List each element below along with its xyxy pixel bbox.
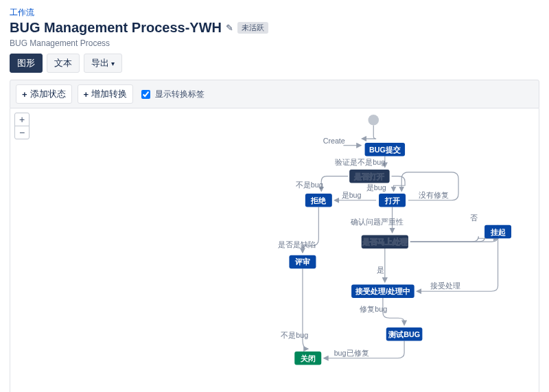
svg-text:BUG提交: BUG提交 (369, 146, 401, 154)
edge-accept: 接受处理 (430, 281, 460, 290)
svg-text:接受处理/处理中: 接受处理/处理中 (355, 287, 410, 295)
svg-text:是否打开: 是否打开 (353, 172, 384, 181)
edge-notbug: 不是bug (296, 181, 323, 189)
edge-verify: 验证是不是bug (335, 158, 385, 166)
tab-export[interactable]: 导出▾ (84, 54, 122, 73)
page-title: BUG Management Process-YWH (10, 20, 222, 36)
add-transition-label: 增加转换 (91, 88, 127, 100)
svg-text:评审: 评审 (294, 257, 310, 266)
status-badge: 未活跃 (237, 22, 268, 34)
node-open[interactable]: 打开 (379, 194, 406, 207)
tab-export-label: 导出 (91, 58, 109, 68)
zoom-in-button[interactable]: + (15, 113, 29, 126)
show-labels-input[interactable] (141, 90, 150, 99)
node-immediate[interactable]: 是否马上处理 (362, 235, 408, 248)
edit-icon[interactable]: ✎ (226, 23, 233, 33)
show-labels-checkbox[interactable]: 显示转换标签 (139, 88, 205, 101)
svg-text:测试BUG: 测试BUG (388, 330, 420, 338)
edge-fix: 修复bug (360, 305, 387, 313)
edge-notbug2: 不是bug (281, 331, 308, 339)
add-status-button[interactable]: +添加状态 (16, 84, 72, 104)
svg-text:打开: 打开 (384, 196, 400, 205)
node-hold[interactable]: 挂起 (484, 225, 511, 238)
zoom-controls: + − (14, 113, 30, 139)
edge-yes: 是 (377, 266, 384, 274)
add-transition-button[interactable]: +增加转换 (78, 84, 134, 104)
tab-diagram[interactable]: 图形 (10, 54, 43, 73)
node-bug_submit[interactable]: BUG提交 (365, 143, 405, 156)
node-reject[interactable]: 拒绝 (305, 194, 332, 207)
edge-nofix: 没有修复 (419, 191, 449, 199)
edge-create: Create (323, 137, 345, 145)
toolbar: +添加状态 +增加转换 显示转换标签 (10, 80, 539, 108)
edge-isbug: 是bug (366, 183, 386, 192)
node-in_progress[interactable]: 接受处理/处理中 (351, 285, 414, 298)
chevron-down-icon: ▾ (111, 60, 115, 67)
edge-isbug2: 是bug (342, 191, 362, 199)
node-test[interactable]: 测试BUG (386, 327, 423, 341)
svg-text:是否马上处理: 是否马上处理 (362, 238, 408, 246)
svg-text:关闭: 关闭 (300, 354, 316, 362)
node-close[interactable]: 关闭 (294, 351, 321, 365)
breadcrumb[interactable]: 工作流 (10, 7, 539, 19)
edge-fixed: bug已修复 (334, 349, 369, 357)
edge-confirm: 确认问题严重性 (350, 218, 404, 226)
add-status-label: 添加状态 (30, 88, 66, 100)
show-labels-label: 显示转换标签 (155, 89, 205, 100)
node-review[interactable]: 评审 (289, 255, 316, 268)
diagram-canvas[interactable]: + − Create 验证是不是bug 不是bug 是bug 是bug (10, 108, 539, 392)
node-validate[interactable]: 是否打开 (349, 170, 389, 183)
tab-text[interactable]: 文本 (47, 54, 80, 73)
plus-icon: + (84, 89, 89, 100)
description: BUG Management Process (10, 38, 539, 48)
edge-no: 否 (470, 214, 478, 222)
zoom-out-button[interactable]: − (15, 126, 29, 139)
start-node[interactable] (368, 115, 379, 126)
svg-text:拒绝: 拒绝 (310, 196, 327, 205)
svg-text:挂起: 挂起 (490, 228, 506, 236)
edge-defect: 是否是缺陷 (278, 240, 316, 249)
plus-icon: + (22, 89, 27, 100)
